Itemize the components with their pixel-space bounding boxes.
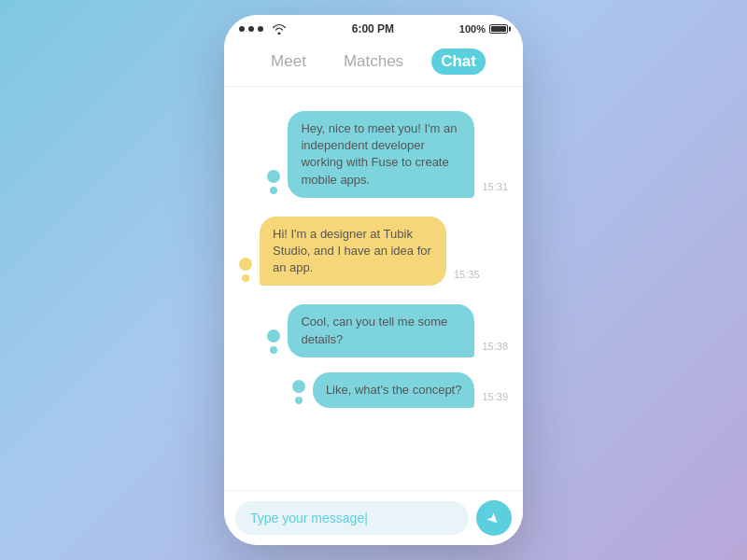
message-row-4: 15:39 Like, what's the concept? — [239, 372, 508, 408]
send-icon: ➤ — [483, 508, 504, 529]
phone-frame: 6:00 PM 100% Meet Matches Chat 15:31 Hey… — [224, 15, 523, 545]
clock: 6:00 PM — [352, 22, 394, 35]
battery-icon — [489, 24, 508, 34]
dec-circle-sm-3 — [270, 346, 277, 354]
battery-percent: 100% — [459, 23, 486, 35]
wifi-icon — [272, 23, 287, 35]
message-input[interactable] — [235, 501, 469, 535]
decorator-1 — [267, 170, 280, 194]
dec-circle-lg-4 — [292, 380, 305, 393]
battery-area: 100% — [459, 23, 508, 35]
decorator-4 — [292, 380, 305, 404]
dec-circle-lg-1 — [267, 170, 280, 183]
send-button[interactable]: ➤ — [476, 500, 512, 536]
chat-messages: 15:31 Hey, nice to meet you! I'm an inde… — [224, 87, 523, 490]
tab-chat[interactable]: Chat — [431, 49, 486, 75]
timestamp-3: 15:38 — [482, 341, 508, 352]
dec-circle-lg-2 — [239, 258, 252, 271]
input-area: ➤ — [224, 490, 523, 545]
tab-meet[interactable]: Meet — [261, 49, 316, 75]
battery-fill — [491, 26, 506, 32]
signal-dot-2 — [248, 26, 254, 32]
dec-circle-sm-4 — [295, 397, 303, 404]
message-row-3: 15:38 Cool, can you tell me some details… — [239, 304, 508, 357]
navigation-tabs: Meet Matches Chat — [224, 39, 523, 87]
message-row-2: Hi! I'm a designer at Tubik Studio, and … — [239, 217, 508, 287]
dec-circle-sm-1 — [270, 187, 277, 194]
bubble-1: Hey, nice to meet you! I'm an independen… — [288, 111, 474, 198]
tab-matches[interactable]: Matches — [334, 49, 413, 75]
bubble-4: Like, what's the concept? — [313, 372, 475, 408]
signal-area — [239, 23, 287, 35]
dec-circle-sm-2 — [242, 274, 249, 282]
message-row-1: 15:31 Hey, nice to meet you! I'm an inde… — [239, 111, 508, 198]
dec-circle-lg-3 — [267, 329, 280, 343]
bubble-3: Cool, can you tell me some details? — [288, 304, 474, 357]
bubble-2: Hi! I'm a designer at Tubik Studio, and … — [260, 217, 446, 287]
status-bar: 6:00 PM 100% — [224, 15, 523, 39]
timestamp-2: 15:35 — [454, 269, 480, 280]
decorator-3 — [267, 329, 280, 354]
decorator-2 — [239, 258, 252, 282]
timestamp-1: 15:31 — [482, 181, 508, 192]
signal-dot-1 — [239, 26, 245, 32]
timestamp-4: 15:39 — [482, 391, 508, 402]
signal-dot-3 — [258, 26, 263, 32]
